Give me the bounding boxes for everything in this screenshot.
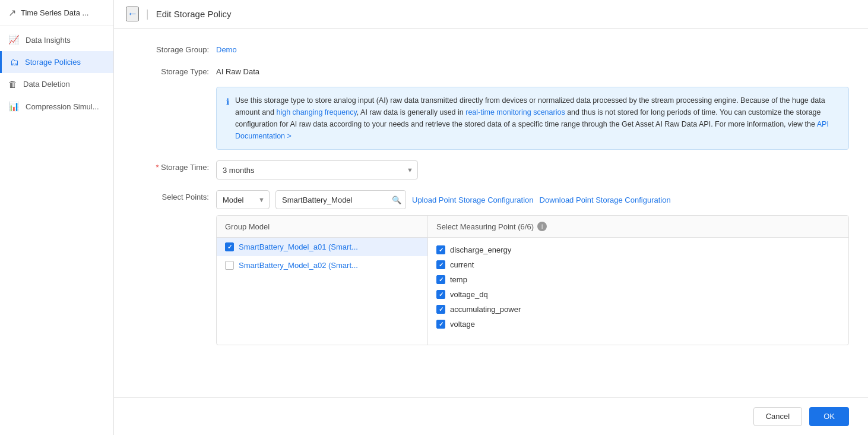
measuring-point-temp[interactable]: ✓ temp (436, 272, 840, 287)
main-panel: ← | Edit Storage Policy Storage Group: D… (114, 0, 868, 435)
model-type-select[interactable]: Model (216, 190, 270, 209)
col-measuring-body: ✓ discharge_energy ✓ current ✓ temp (428, 238, 848, 345)
checkbox-current: ✓ (436, 260, 445, 269)
sidebar-item-data-deletion[interactable]: 🗑 Data Deletion (0, 73, 113, 95)
app-icon: ↗ (8, 7, 16, 18)
info-spacer (133, 87, 216, 89)
checkbox-voltage-dq: ✓ (436, 290, 445, 299)
compression-icon: 📊 (8, 101, 20, 112)
measuring-point-label: voltage_dq (450, 290, 488, 299)
sidebar-item-storage-policies[interactable]: 🗂 Storage Policies (0, 51, 113, 73)
select-points-label: Select Points: (133, 190, 216, 201)
sidebar-item-label: Storage Policies (25, 58, 81, 67)
storage-group-label: Storage Group: (133, 43, 216, 54)
group-item-label-a01: SmartBattery_Model_a01 (Smart... (239, 242, 358, 251)
col-group-label: Group Model (225, 222, 270, 231)
measuring-point-label: voltage (450, 320, 475, 329)
topbar-divider: | (146, 8, 149, 20)
model-search-wrapper: 🔍 (275, 190, 406, 209)
storage-time-select[interactable]: 3 months 1 month 6 months 1 year (216, 160, 418, 179)
group-item-label-a02: SmartBattery_Model_a02 (Smart... (239, 261, 358, 270)
storage-policies-icon: 🗂 (10, 57, 19, 67)
sidebar-app-header[interactable]: ↗ Time Series Data ... (0, 0, 113, 26)
checkbox-voltage: ✓ (436, 320, 445, 329)
points-table-header: Group Model Select Measuring Point (6/6)… (217, 216, 848, 238)
storage-type-value: AI Raw Data (216, 65, 259, 76)
checkbox-a02 (225, 261, 234, 270)
download-point-storage-btn[interactable]: Download Point Storage Configuration (540, 196, 671, 204)
sidebar-item-compression-simul[interactable]: 📊 Compression Simul... (0, 95, 113, 118)
upload-point-storage-btn[interactable]: Upload Point Storage Configuration (412, 196, 534, 204)
points-table-body: ✓ SmartBattery_Model_a01 (Smart... Smart… (217, 238, 848, 345)
measuring-point-voltage-dq[interactable]: ✓ voltage_dq (436, 287, 840, 302)
info-text: Use this storage type to store analog in… (235, 94, 839, 142)
storage-type-label: Storage Type: (133, 65, 216, 76)
cancel-button[interactable]: Cancel (753, 407, 802, 426)
measuring-info-icon[interactable]: i (537, 222, 547, 231)
info-highlight-1: high changing frequency (277, 108, 357, 116)
info-box-row: ℹ Use this storage type to store analog … (133, 87, 849, 150)
points-controls-row: Model ▼ 🔍 Upload Point Storage Configura… (216, 190, 849, 209)
measuring-point-voltage[interactable]: ✓ voltage (436, 317, 840, 332)
sidebar-nav: 📈 Data Insights 🗂 Storage Policies 🗑 Dat… (0, 26, 113, 435)
col-measuring-label: Select Measuring Point (6/6) (436, 222, 534, 231)
measuring-point-label: accumulating_power (450, 305, 521, 314)
page-title: Edit Storage Policy (156, 9, 232, 19)
storage-time-select-wrapper: 3 months 1 month 6 months 1 year ▼ (216, 160, 418, 179)
data-deletion-icon: 🗑 (8, 79, 17, 89)
model-type-select-wrapper: Model ▼ (216, 190, 270, 209)
storage-time-label: Storage Time: (133, 160, 216, 172)
storage-group-value: Demo (216, 43, 237, 54)
sidebar-item-label: Data Deletion (23, 80, 70, 89)
checkbox-discharge-energy: ✓ (436, 245, 445, 254)
col-group-header: Group Model (217, 216, 428, 237)
sidebar-item-data-insights[interactable]: 📈 Data Insights (0, 29, 113, 51)
checkbox-temp: ✓ (436, 275, 445, 284)
storage-type-row: Storage Type: AI Raw Data (133, 65, 849, 76)
measuring-point-discharge-energy[interactable]: ✓ discharge_energy (436, 242, 840, 257)
measuring-point-label: current (450, 260, 474, 269)
topbar: ← | Edit Storage Policy (114, 0, 868, 29)
storage-time-row: Storage Time: 3 months 1 month 6 months … (133, 160, 849, 179)
api-documentation-link[interactable]: API Documentation > (235, 120, 829, 140)
back-button[interactable]: ← (126, 7, 139, 21)
sidebar: ↗ Time Series Data ... 📈 Data Insights 🗂… (0, 0, 114, 435)
checkbox-accumulating-power: ✓ (436, 305, 445, 314)
measuring-point-label: discharge_energy (450, 245, 511, 254)
measuring-point-accumulating-power[interactable]: ✓ accumulating_power (436, 302, 840, 317)
form-content: Storage Group: Demo Storage Type: AI Raw… (114, 29, 868, 397)
select-points-content: Model ▼ 🔍 Upload Point Storage Configura… (216, 190, 849, 345)
info-highlight-2: real-time monitoring scenarios (465, 108, 565, 116)
col-measuring-header: Select Measuring Point (6/6) i (428, 216, 848, 237)
select-points-row: Select Points: Model ▼ 🔍 Upload Point St… (133, 190, 849, 345)
app-title: Time Series Data ... (21, 8, 88, 17)
form-footer: Cancel OK (114, 397, 868, 435)
col-group-body: ✓ SmartBattery_Model_a01 (Smart... Smart… (217, 238, 428, 345)
checkbox-a01: ✓ (225, 242, 234, 251)
measuring-point-current[interactable]: ✓ current (436, 257, 840, 272)
points-table: Group Model Select Measuring Point (6/6)… (216, 215, 849, 345)
sidebar-item-label: Data Insights (26, 36, 71, 45)
data-insights-icon: 📈 (8, 34, 20, 45)
measuring-point-label: temp (450, 275, 467, 284)
model-search-input[interactable] (275, 190, 406, 209)
info-icon: ℹ (226, 95, 229, 142)
ok-button[interactable]: OK (809, 407, 849, 426)
group-item-a01[interactable]: ✓ SmartBattery_Model_a01 (Smart... (217, 238, 427, 256)
info-box: ℹ Use this storage type to store analog … (216, 87, 849, 150)
sidebar-item-label: Compression Simul... (26, 102, 99, 111)
group-item-a02[interactable]: SmartBattery_Model_a02 (Smart... (217, 256, 427, 275)
storage-group-row: Storage Group: Demo (133, 43, 849, 54)
